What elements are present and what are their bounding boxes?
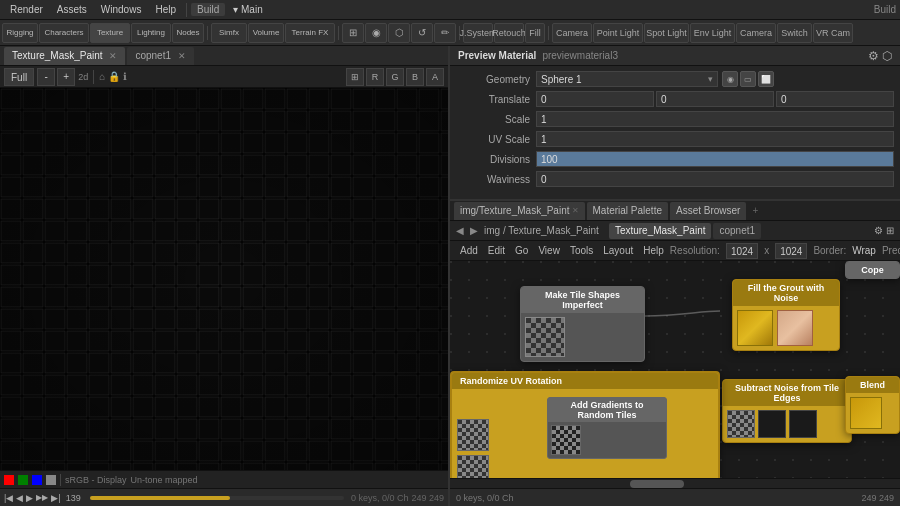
- tab-texture-mask-paint[interactable]: Texture_Mask_Paint ✕: [4, 47, 125, 65]
- ne-resolution-h[interactable]: 1024: [775, 243, 807, 259]
- prop-translate-x[interactable]: 0: [536, 91, 654, 107]
- ne-border-value[interactable]: Wrap: [852, 245, 876, 256]
- display-mode[interactable]: sRGB - Display: [65, 475, 127, 485]
- toolbar-btn-rigging[interactable]: Rigging: [2, 23, 38, 43]
- ne-menu-add[interactable]: Add: [456, 245, 482, 256]
- toolbar-pointlight[interactable]: Point Light: [593, 23, 643, 43]
- toolbar-spotlight[interactable]: Spot Light: [644, 23, 689, 43]
- tab-asset-browser[interactable]: Asset Browser: [670, 202, 746, 220]
- view-icon-lock[interactable]: 🔒: [108, 71, 120, 82]
- uv-thumb-2: [457, 455, 489, 478]
- cube-btn[interactable]: ⬜: [758, 71, 774, 87]
- grid-btn[interactable]: ⊞: [346, 68, 364, 86]
- toolbar-btn-nodes[interactable]: Nodes: [172, 23, 204, 43]
- view-icon-info[interactable]: ℹ: [123, 71, 127, 82]
- node-blend[interactable]: Blend: [845, 376, 900, 434]
- zoom-in-btn[interactable]: +: [57, 68, 75, 86]
- node-canvas[interactable]: Make Tile Shapes Imperfect Fill the Grou…: [450, 261, 900, 478]
- ne-icon-settings[interactable]: ⚙: [874, 225, 883, 236]
- ne-menu-go[interactable]: Go: [511, 245, 532, 256]
- tab-img-texture-close[interactable]: ✕: [572, 202, 579, 220]
- prop-scale: Scale 1: [456, 110, 894, 128]
- toolbar-icon-4[interactable]: ↺: [411, 23, 433, 43]
- sphere-btn[interactable]: ◉: [722, 71, 738, 87]
- ne-icon-layout[interactable]: ⊞: [886, 225, 894, 236]
- toolbar-icon-fill[interactable]: Fill: [525, 23, 545, 43]
- toolbar-icon-3[interactable]: ⬡: [388, 23, 410, 43]
- ne-resolution-w[interactable]: 1024: [726, 243, 758, 259]
- preview-settings-icon[interactable]: ⚙: [868, 49, 879, 63]
- toolbar-btn-lighting[interactable]: Lighting: [131, 23, 171, 43]
- breadcrumb-back-icon[interactable]: ◀: [456, 225, 464, 236]
- ne-tab-copnet1[interactable]: copnet1: [713, 223, 761, 239]
- ne-scrollbar-thumb[interactable]: [630, 480, 684, 488]
- prop-waviness-bar[interactable]: 0: [536, 171, 894, 187]
- toolbar-btn-simfx[interactable]: Simfx: [211, 23, 247, 43]
- toolbar-camera2[interactable]: Camera: [736, 23, 776, 43]
- view-mode-selector[interactable]: Full: [4, 68, 34, 86]
- toolbar-btn-texture[interactable]: Texture: [90, 23, 130, 43]
- toolbar-icon-2[interactable]: ◉: [365, 23, 387, 43]
- channel-r[interactable]: R: [366, 68, 384, 86]
- prop-translate-z[interactable]: 0: [776, 91, 894, 107]
- geometry-dropdown-icon[interactable]: ▾: [708, 74, 713, 84]
- menu-main[interactable]: ▾ Main: [227, 1, 268, 19]
- view-icon-home[interactable]: ⌂: [99, 71, 105, 82]
- prop-scale-label: Scale: [456, 114, 536, 125]
- tab-add-btn[interactable]: +: [748, 205, 762, 216]
- node-make-tile-shapes[interactable]: Make Tile Shapes Imperfect: [520, 286, 645, 362]
- node-copenat[interactable]: Cope: [845, 261, 900, 279]
- btn-jump-start[interactable]: |◀: [4, 493, 13, 503]
- btn-play-realtime[interactable]: ▶▶: [36, 493, 48, 502]
- toolbar-btn-chars[interactable]: Characters: [39, 23, 89, 43]
- menu-assets[interactable]: Assets: [51, 1, 93, 19]
- tab-material-palette[interactable]: Material Palette: [587, 202, 668, 220]
- ne-tab-texture-mask[interactable]: Texture_Mask_Paint: [609, 223, 712, 239]
- tab-copnet1[interactable]: copnet1 ✕: [127, 47, 193, 65]
- prop-translate-y[interactable]: 0: [656, 91, 774, 107]
- menu-help[interactable]: Help: [149, 1, 182, 19]
- toolbar-btn-terrain[interactable]: Terrain FX: [285, 23, 335, 43]
- btn-jump-end[interactable]: ▶|: [51, 493, 60, 503]
- breadcrumb-forward-icon[interactable]: ▶: [470, 225, 478, 236]
- preview-expand-icon[interactable]: ⬡: [882, 49, 892, 63]
- tab-close-0[interactable]: ✕: [109, 51, 117, 61]
- btn-prev-frame[interactable]: ◀: [16, 493, 23, 503]
- prop-divisions-bar[interactable]: 100: [536, 151, 894, 167]
- node-add-gradients[interactable]: Add Gradients to Random Tiles: [547, 397, 667, 459]
- toolbar-camera[interactable]: Camera: [552, 23, 592, 43]
- plane-btn[interactable]: ▭: [740, 71, 756, 87]
- ne-menu-help[interactable]: Help: [639, 245, 668, 256]
- toolbar-icon-1[interactable]: ⊞: [342, 23, 364, 43]
- zoom-out-btn[interactable]: -: [37, 68, 55, 86]
- toolbar-icon-5[interactable]: ✏: [434, 23, 456, 43]
- node-fill-grout-thumb-1: [737, 310, 773, 346]
- node-fill-grout[interactable]: Fill the Grout with Noise: [732, 279, 840, 351]
- channel-g[interactable]: G: [386, 68, 404, 86]
- toolbar-envlight[interactable]: Env Light: [690, 23, 735, 43]
- btn-play[interactable]: ▶: [26, 493, 33, 503]
- ne-menu-view[interactable]: View: [534, 245, 564, 256]
- ne-scrollbar-h[interactable]: [450, 478, 900, 488]
- channel-b[interactable]: B: [406, 68, 424, 86]
- ne-menu-layout[interactable]: Layout: [599, 245, 637, 256]
- tab-close-1[interactable]: ✕: [178, 51, 186, 61]
- tab-img-texture[interactable]: img/Texture_Mask_Paint ✕: [454, 202, 585, 220]
- toolbar-switch[interactable]: Switch: [777, 23, 812, 43]
- menu-windows[interactable]: Windows: [95, 1, 148, 19]
- node-randomize-group[interactable]: Randomize UV Rotation Add Gradients to R…: [450, 371, 720, 478]
- timeline[interactable]: [90, 496, 344, 500]
- toolbar-vrcam[interactable]: VR Cam: [813, 23, 853, 43]
- channel-a[interactable]: A: [426, 68, 444, 86]
- node-subtract-noise[interactable]: Subtract Noise from Tile Edges: [722, 379, 852, 443]
- prop-uvscale-value[interactable]: 1: [536, 131, 894, 147]
- prop-scale-value[interactable]: 1: [536, 111, 894, 127]
- ne-menu-edit[interactable]: Edit: [484, 245, 509, 256]
- ne-menu-tools[interactable]: Tools: [566, 245, 597, 256]
- toolbar-icon-6[interactable]: J.System: [463, 23, 493, 43]
- menu-render[interactable]: Render: [4, 1, 49, 19]
- mapping-mode[interactable]: Un-tone mapped: [131, 475, 198, 485]
- toolbar-icon-7[interactable]: Retouch: [494, 23, 524, 43]
- toolbar-btn-volume[interactable]: Volume: [248, 23, 284, 43]
- prop-geometry-value[interactable]: Sphere 1 ▾: [536, 71, 718, 87]
